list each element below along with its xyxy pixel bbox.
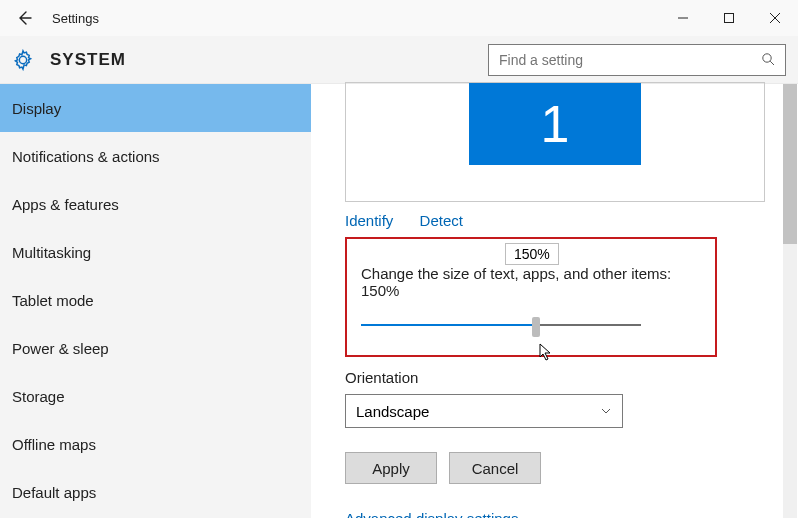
- page-heading: SYSTEM: [50, 50, 126, 70]
- sidebar-item-default-apps[interactable]: Default apps: [0, 468, 311, 516]
- orientation-value: Landscape: [356, 403, 429, 420]
- slider-thumb[interactable]: [532, 317, 540, 337]
- sidebar-item-label: Notifications & actions: [12, 148, 160, 165]
- search-input[interactable]: [489, 52, 751, 68]
- cancel-button[interactable]: Cancel: [449, 452, 541, 484]
- sidebar-item-multitasking[interactable]: Multitasking: [0, 228, 311, 276]
- maximize-icon: [723, 12, 735, 24]
- sidebar-item-power-sleep[interactable]: Power & sleep: [0, 324, 311, 372]
- sidebar-item-label: Multitasking: [12, 244, 91, 261]
- sidebar-item-display[interactable]: Display: [0, 84, 311, 132]
- button-row: Apply Cancel: [345, 452, 798, 484]
- apply-button[interactable]: Apply: [345, 452, 437, 484]
- monitor-number: 1: [541, 94, 570, 154]
- scale-tooltip: 150%: [505, 243, 559, 265]
- search-box[interactable]: [488, 44, 786, 76]
- sidebar-item-storage[interactable]: Storage: [0, 372, 311, 420]
- sidebar-item-label: Power & sleep: [12, 340, 109, 357]
- sidebar-item-label: Default apps: [12, 484, 96, 501]
- maximize-button[interactable]: [706, 0, 752, 36]
- scrollbar-thumb[interactable]: [783, 84, 797, 244]
- scale-label: Change the size of text, apps, and other…: [361, 265, 701, 299]
- orientation-label: Orientation: [345, 369, 798, 386]
- scale-section: 150% Change the size of text, apps, and …: [345, 237, 717, 357]
- monitor-tile[interactable]: 1: [469, 83, 641, 165]
- apply-label: Apply: [372, 460, 410, 477]
- scale-slider[interactable]: [361, 317, 641, 333]
- back-button[interactable]: [0, 0, 48, 36]
- detect-link[interactable]: Detect: [420, 212, 463, 229]
- sidebar: Display Notifications & actions Apps & f…: [0, 84, 311, 518]
- cancel-label: Cancel: [472, 460, 519, 477]
- svg-rect-1: [725, 14, 734, 23]
- close-button[interactable]: [752, 0, 798, 36]
- chevron-down-icon: [600, 405, 612, 417]
- close-icon: [769, 12, 781, 24]
- header: SYSTEM: [0, 36, 798, 84]
- sidebar-item-label: Display: [12, 100, 61, 117]
- arrow-left-icon: [15, 9, 33, 27]
- window-controls: [660, 0, 798, 36]
- identify-link[interactable]: Identify: [345, 212, 393, 229]
- sidebar-item-label: Storage: [12, 388, 65, 405]
- body: Display Notifications & actions Apps & f…: [0, 84, 798, 518]
- sidebar-item-label: Tablet mode: [12, 292, 94, 309]
- sidebar-item-notifications[interactable]: Notifications & actions: [0, 132, 311, 180]
- cursor-icon: [539, 343, 555, 363]
- advanced-display-link[interactable]: Advanced display settings: [345, 510, 798, 518]
- content: 1 Identify Detect 150% Change the size o…: [311, 84, 798, 518]
- slider-fill: [361, 324, 536, 326]
- window-title: Settings: [52, 11, 99, 26]
- titlebar: Settings: [0, 0, 798, 36]
- sidebar-item-label: Apps & features: [12, 196, 119, 213]
- minimize-button[interactable]: [660, 0, 706, 36]
- search-icon: [751, 52, 785, 67]
- svg-point-4: [762, 54, 770, 62]
- svg-line-5: [770, 61, 774, 65]
- monitor-links: Identify Detect: [345, 212, 798, 229]
- gear-icon: [12, 49, 34, 71]
- sidebar-item-apps-features[interactable]: Apps & features: [0, 180, 311, 228]
- monitor-preview: 1: [345, 82, 765, 202]
- sidebar-item-offline-maps[interactable]: Offline maps: [0, 420, 311, 468]
- sidebar-item-label: Offline maps: [12, 436, 96, 453]
- orientation-select[interactable]: Landscape: [345, 394, 623, 428]
- sidebar-item-tablet-mode[interactable]: Tablet mode: [0, 276, 311, 324]
- minimize-icon: [677, 12, 689, 24]
